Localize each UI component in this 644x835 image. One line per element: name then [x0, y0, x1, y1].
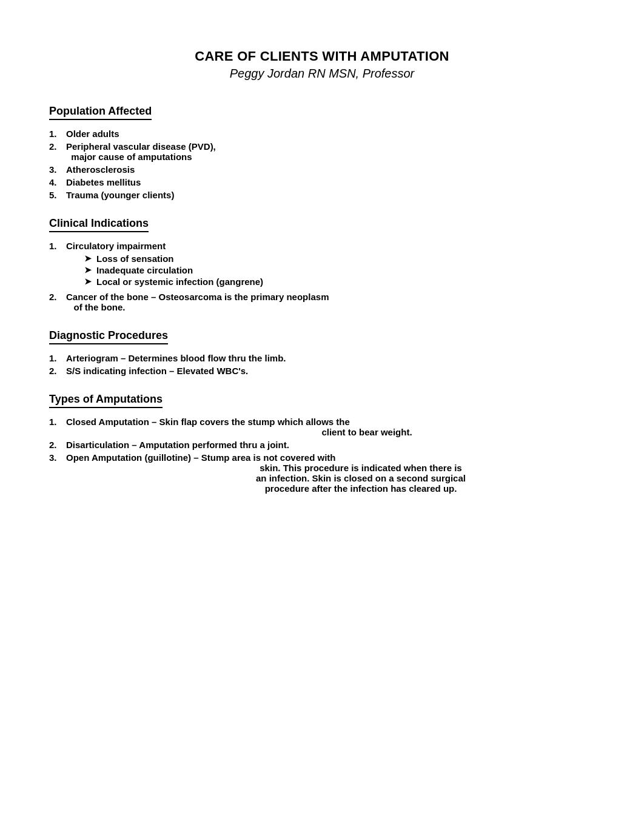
sub-item-text: Loss of sensation [96, 253, 174, 264]
types-of-amputations-heading: Types of Amputations [49, 393, 163, 408]
sub-list-item: ➤ Local or systemic infection (gangrene) [84, 277, 595, 287]
list-number: 1. [49, 417, 66, 427]
sub-item-text: Local or systemic infection (gangrene) [96, 277, 263, 287]
sub-list: ➤ Loss of sensation ➤ Inadequate circula… [84, 253, 595, 287]
title-section: CARE OF CLIENTS WITH AMPUTATION Peggy Jo… [49, 49, 595, 81]
list-item: 2. Disarticulation – Amputation performe… [49, 440, 595, 450]
list-number: 1. [49, 241, 66, 251]
types-of-amputations-section: Types of Amputations 1. Closed Amputatio… [49, 393, 595, 494]
arrow-icon: ➤ [84, 265, 92, 275]
list-item: 3. Open Amputation (guillotine) – Stump … [49, 452, 595, 494]
clinical-indications-list: 1. Circulatory impairment ➤ Loss of sens… [49, 241, 595, 312]
list-item: 2. S/S indicating infection – Elevated W… [49, 366, 595, 376]
diagnostic-procedures-heading: Diagnostic Procedures [49, 329, 168, 344]
diagnostic-procedures-list: 1. Arteriogram – Determines blood flow t… [49, 353, 595, 376]
list-content: Closed Amputation – Skin flap covers the… [66, 417, 595, 437]
list-item: 1. Arteriogram – Determines blood flow t… [49, 353, 595, 363]
list-number: 1. [49, 129, 66, 139]
population-affected-section: Population Affected 1. Older adults 2. P… [49, 105, 595, 200]
population-affected-heading: Population Affected [49, 105, 152, 120]
list-number: 4. [49, 177, 66, 187]
list-content: Cancer of the bone – Osteosarcoma is the… [66, 292, 595, 312]
arrow-icon: ➤ [84, 277, 92, 286]
list-content: Older adults [66, 129, 595, 139]
list-number: 2. [49, 440, 66, 450]
population-affected-list: 1. Older adults 2. Peripheral vascular d… [49, 129, 595, 200]
sub-item-text: Inadequate circulation [96, 265, 193, 275]
list-item: 1. Older adults [49, 129, 595, 139]
list-number: 2. [49, 366, 66, 376]
list-content: S/S indicating infection – Elevated WBC'… [66, 366, 595, 376]
list-content: Open Amputation (guillotine) – Stump are… [66, 452, 595, 494]
list-item: 4. Diabetes mellitus [49, 177, 595, 187]
list-item: 2. Peripheral vascular disease (PVD), ma… [49, 141, 595, 162]
list-item: 1. Circulatory impairment ➤ Loss of sens… [49, 241, 595, 289]
list-content: Atherosclerosis [66, 164, 595, 175]
main-title: CARE OF CLIENTS WITH AMPUTATION [49, 49, 595, 64]
subtitle: Peggy Jordan RN MSN, Professor [49, 67, 595, 81]
diagnostic-procedures-section: Diagnostic Procedures 1. Arteriogram – D… [49, 329, 595, 376]
list-content: Trauma (younger clients) [66, 190, 595, 200]
list-number: 2. [49, 292, 66, 302]
list-number: 3. [49, 452, 66, 463]
sub-list-item: ➤ Loss of sensation [84, 253, 595, 264]
list-number: 2. [49, 141, 66, 152]
list-content: Disarticulation – Amputation performed t… [66, 440, 595, 450]
list-number: 5. [49, 190, 66, 200]
list-item: 2. Cancer of the bone – Osteosarcoma is … [49, 292, 595, 312]
list-item: 1. Closed Amputation – Skin flap covers … [49, 417, 595, 437]
list-item: 5. Trauma (younger clients) [49, 190, 595, 200]
sub-list-item: ➤ Inadequate circulation [84, 265, 595, 275]
list-number: 1. [49, 353, 66, 363]
clinical-indications-section: Clinical Indications 1. Circulatory impa… [49, 217, 595, 312]
list-content: Diabetes mellitus [66, 177, 595, 187]
list-content: Circulatory impairment ➤ Loss of sensati… [66, 241, 595, 289]
types-of-amputations-list: 1. Closed Amputation – Skin flap covers … [49, 417, 595, 494]
clinical-indications-heading: Clinical Indications [49, 217, 149, 232]
list-item: 3. Atherosclerosis [49, 164, 595, 175]
list-content: Peripheral vascular disease (PVD), major… [66, 141, 595, 162]
arrow-icon: ➤ [84, 253, 92, 263]
list-content: Arteriogram – Determines blood flow thru… [66, 353, 595, 363]
page-container: CARE OF CLIENTS WITH AMPUTATION Peggy Jo… [49, 49, 595, 494]
list-number: 3. [49, 164, 66, 175]
